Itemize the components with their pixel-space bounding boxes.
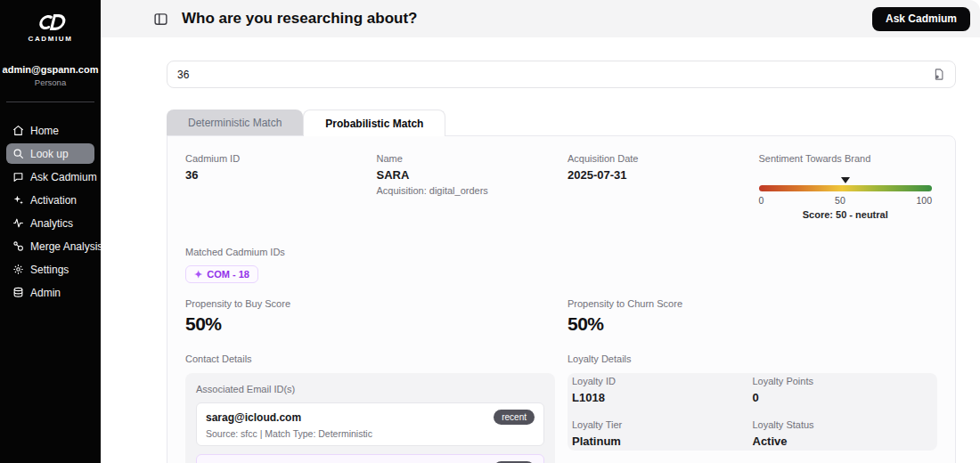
sidebar-item-merge-analysis[interactable]: Merge Analysis xyxy=(6,236,94,256)
sidebar-item-label: Home xyxy=(30,125,59,137)
email-row[interactable]: sarag@icloud.com recent Source: sfcc | M… xyxy=(196,402,544,446)
gear-icon xyxy=(12,264,24,275)
matched-id-badge-label: COM - 18 xyxy=(207,269,249,280)
propensity-scores-row: Propensity to Buy Score 50% Propensity t… xyxy=(185,298,937,335)
field-acquisition-date: Acquisition Date 2025-07-31 xyxy=(568,153,747,220)
sidebar-item-analytics[interactable]: Analytics xyxy=(6,213,94,233)
email-source: Source: sfcc | Match Type: Deterministic xyxy=(206,428,535,439)
contact-details-section: Contact Details Associated Email ID(s) s… xyxy=(185,353,555,463)
tab-deterministic-match[interactable]: Deterministic Match xyxy=(167,110,303,136)
matched-ids-section: Matched Cadmium IDs ✦ COM - 18 xyxy=(185,247,937,283)
emails-label: Associated Email ID(s) xyxy=(196,384,544,394)
match-tabs: Deterministic Match Probabilistic Match xyxy=(167,110,956,136)
field-value: 36 xyxy=(185,168,364,182)
sidebar-item-label: Analytics xyxy=(30,217,73,230)
sentiment-marker xyxy=(841,177,850,183)
profile-summary-row: Cadmium ID 36 Name SARA Acquisition: dig… xyxy=(185,153,937,220)
page-header: Who are you researching about? Ask Cadmi… xyxy=(101,0,980,37)
app-window: CADMIUM admin@gspann.com Persona Home Lo… xyxy=(0,0,980,463)
search-icon xyxy=(12,148,24,159)
field-value: SARA xyxy=(377,168,556,182)
sidebar-item-label: Admin xyxy=(30,287,61,299)
loyalty-demographics-column: Loyalty Details Loyalty ID L1018 Loyalty… xyxy=(568,353,937,463)
sidebar-divider xyxy=(6,102,94,102)
field-label: Sentiment Towards Brand xyxy=(759,153,933,164)
recent-badge: recent xyxy=(494,410,535,425)
sidebar-toggle-icon[interactable] xyxy=(153,12,168,27)
nodes-icon xyxy=(12,240,24,252)
user-email: admin@gspann.com xyxy=(0,64,101,75)
sidebar-item-lookup[interactable]: Look up xyxy=(6,143,94,164)
user-block: admin@gspann.com Persona xyxy=(0,64,101,87)
ask-cadmium-button[interactable]: Ask Cadmium xyxy=(872,7,970,31)
sidebar: CADMIUM admin@gspann.com Persona Home Lo… xyxy=(0,0,101,463)
field-cadmium-id: Cadmium ID 36 xyxy=(185,153,364,220)
sidebar-item-label: Look up xyxy=(30,148,69,160)
matched-id-badge[interactable]: ✦ COM - 18 xyxy=(185,265,258,283)
field-label: Propensity to Buy Score xyxy=(185,298,555,309)
sidebar-item-activation[interactable]: Activation xyxy=(6,190,94,210)
brand-name: CADMIUM xyxy=(29,35,73,43)
email-address: sarag@icloud.com xyxy=(206,411,301,424)
profile-panel: Cadmium ID 36 Name SARA Acquisition: dig… xyxy=(167,135,956,463)
user-role: Persona xyxy=(0,77,101,87)
activity-icon xyxy=(12,217,24,229)
field-label: Cadmium ID xyxy=(185,153,364,164)
buy-score-value: 50% xyxy=(185,313,555,335)
file-icon[interactable] xyxy=(932,68,945,81)
home-icon xyxy=(12,125,24,136)
email-row[interactable]: ✦ sara.gomez@live.com recent Source: dig… xyxy=(196,454,544,463)
loyalty-field: Loyalty Points 0 xyxy=(753,376,934,404)
database-icon xyxy=(12,287,24,298)
churn-score-value: 50% xyxy=(568,313,937,335)
loyalty-field: Loyalty ID L1018 xyxy=(572,376,753,404)
main-area: Who are you researching about? Ask Cadmi… xyxy=(101,0,980,463)
field-label: Propensity to Churn Score xyxy=(568,298,937,309)
sidebar-item-label: Ask Cadmium xyxy=(30,171,97,183)
cadmium-logo-icon xyxy=(32,12,69,33)
churn-score: Propensity to Churn Score 50% xyxy=(568,298,937,335)
sidebar-item-label: Merge Analysis xyxy=(30,240,102,253)
sidebar-item-settings[interactable]: Settings xyxy=(6,259,94,280)
sentiment-widget: Sentiment Towards Brand 0 50 100 Score: … xyxy=(759,153,938,220)
acquisition-source: Acquisition: digital_orders xyxy=(377,185,556,196)
tick-min: 0 xyxy=(759,195,764,206)
details-row: Contact Details Associated Email ID(s) s… xyxy=(185,353,937,463)
search-input[interactable] xyxy=(177,69,932,81)
search-box xyxy=(167,61,956,88)
field-label: Acquisition Date xyxy=(568,153,747,164)
sentiment-ticks: 0 50 100 xyxy=(759,195,933,206)
content: Deterministic Match Probabilistic Match … xyxy=(101,37,980,463)
field-label: Name xyxy=(377,153,556,164)
sidebar-item-admin[interactable]: Admin xyxy=(6,282,94,303)
loyalty-card: Loyalty ID L1018 Loyalty Points 0 Loyalt… xyxy=(568,373,937,451)
sidebar-item-ask-cadmium[interactable]: Ask Cadmium xyxy=(6,167,94,187)
contact-card: Associated Email ID(s) sarag@icloud.com … xyxy=(185,373,555,463)
sidebar-item-home[interactable]: Home xyxy=(6,120,94,141)
section-label: Loyalty Details xyxy=(568,353,937,364)
sidebar-menu: Home Look up Ask Cadmium Activation Anal… xyxy=(0,115,101,308)
sentiment-track xyxy=(759,185,933,191)
tick-max: 100 xyxy=(916,195,932,206)
loyalty-field: Loyalty Status Active xyxy=(753,419,934,448)
page-title: Who are you researching about? xyxy=(182,10,872,28)
sidebar-item-label: Settings xyxy=(30,264,69,276)
loyalty-field: Loyalty Tier Platinum xyxy=(572,419,753,448)
tick-mid: 50 xyxy=(835,195,845,206)
field-name: Name SARA Acquisition: digital_orders xyxy=(377,153,556,220)
field-label: Matched Cadmium IDs xyxy=(185,247,937,257)
chat-icon xyxy=(12,171,24,183)
sidebar-item-label: Activation xyxy=(30,194,77,207)
sentiment-score-text: Score: 50 - neutral xyxy=(759,209,933,220)
sparkle-icon: ✦ xyxy=(194,270,202,280)
tab-probabilistic-match[interactable]: Probabilistic Match xyxy=(303,110,445,136)
field-value: 2025-07-31 xyxy=(568,168,747,182)
sentiment-gradient-bar xyxy=(759,185,933,191)
brand-logo: CADMIUM xyxy=(0,0,101,43)
buy-score: Propensity to Buy Score 50% xyxy=(185,298,555,335)
section-label: Contact Details xyxy=(185,353,555,364)
sparkles-icon xyxy=(12,194,24,206)
